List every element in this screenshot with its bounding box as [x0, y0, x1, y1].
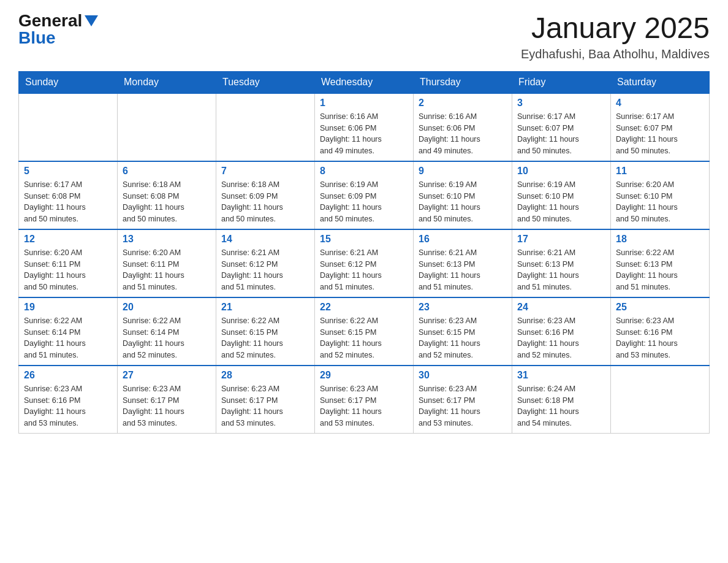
day-info: Sunrise: 6:23 AMSunset: 6:15 PMDaylight:…: [419, 315, 507, 361]
day-info: Sunrise: 6:23 AMSunset: 6:16 PMDaylight:…: [517, 315, 605, 361]
calendar-cell: 15Sunrise: 6:21 AMSunset: 6:12 PMDayligh…: [315, 229, 414, 297]
day-info: Sunrise: 6:20 AMSunset: 6:10 PMDaylight:…: [616, 179, 704, 225]
calendar-week-row: 19Sunrise: 6:22 AMSunset: 6:14 PMDayligh…: [19, 297, 710, 366]
month-title: January 2025: [521, 12, 710, 45]
calendar-cell: [118, 93, 216, 161]
calendar-cell: 30Sunrise: 6:23 AMSunset: 6:17 PMDayligh…: [414, 366, 512, 434]
day-info: Sunrise: 6:21 AMSunset: 6:13 PMDaylight:…: [419, 247, 507, 293]
calendar-cell: 19Sunrise: 6:22 AMSunset: 6:14 PMDayligh…: [19, 297, 118, 366]
calendar-cell: 11Sunrise: 6:20 AMSunset: 6:10 PMDayligh…: [611, 161, 710, 229]
calendar-cell: 27Sunrise: 6:23 AMSunset: 6:17 PMDayligh…: [118, 366, 216, 434]
day-number: 19: [24, 302, 112, 313]
calendar-cell: 20Sunrise: 6:22 AMSunset: 6:14 PMDayligh…: [118, 297, 216, 366]
day-info: Sunrise: 6:21 AMSunset: 6:12 PMDaylight:…: [221, 247, 309, 293]
day-info: Sunrise: 6:17 AMSunset: 6:07 PMDaylight:…: [517, 111, 605, 157]
svg-marker-0: [85, 15, 98, 26]
calendar-cell: 10Sunrise: 6:19 AMSunset: 6:10 PMDayligh…: [512, 161, 611, 229]
day-info: Sunrise: 6:23 AMSunset: 6:16 PMDaylight:…: [616, 315, 704, 361]
calendar-cell: 23Sunrise: 6:23 AMSunset: 6:15 PMDayligh…: [414, 297, 512, 366]
calendar-cell: 26Sunrise: 6:23 AMSunset: 6:16 PMDayligh…: [19, 366, 118, 434]
logo-triangle-icon: [85, 15, 98, 26]
day-number: 31: [517, 370, 605, 381]
calendar-cell: 2Sunrise: 6:16 AMSunset: 6:06 PMDaylight…: [414, 93, 512, 161]
day-info: Sunrise: 6:18 AMSunset: 6:08 PMDaylight:…: [123, 179, 211, 225]
calendar-cell: 16Sunrise: 6:21 AMSunset: 6:13 PMDayligh…: [414, 229, 512, 297]
day-info: Sunrise: 6:22 AMSunset: 6:14 PMDaylight:…: [123, 315, 211, 361]
calendar-cell: [216, 93, 315, 161]
day-info: Sunrise: 6:18 AMSunset: 6:09 PMDaylight:…: [221, 179, 309, 225]
day-number: 26: [24, 370, 112, 381]
calendar-cell: 1Sunrise: 6:16 AMSunset: 6:06 PMDaylight…: [315, 93, 414, 161]
calendar-cell: 28Sunrise: 6:23 AMSunset: 6:17 PMDayligh…: [216, 366, 315, 434]
calendar-cell: 18Sunrise: 6:22 AMSunset: 6:13 PMDayligh…: [611, 229, 710, 297]
calendar-header-wednesday: Wednesday: [315, 71, 414, 93]
day-number: 1: [320, 98, 408, 109]
day-number: 23: [419, 302, 507, 313]
calendar-cell: 31Sunrise: 6:24 AMSunset: 6:18 PMDayligh…: [512, 366, 611, 434]
day-number: 17: [517, 234, 605, 245]
day-info: Sunrise: 6:22 AMSunset: 6:15 PMDaylight:…: [221, 315, 309, 361]
day-number: 13: [123, 234, 211, 245]
day-info: Sunrise: 6:20 AMSunset: 6:11 PMDaylight:…: [123, 247, 211, 293]
day-number: 27: [123, 370, 211, 381]
calendar-cell: 12Sunrise: 6:20 AMSunset: 6:11 PMDayligh…: [19, 229, 118, 297]
calendar-header-monday: Monday: [118, 71, 216, 93]
day-number: 10: [517, 166, 605, 177]
calendar-header-row: SundayMondayTuesdayWednesdayThursdayFrid…: [19, 71, 710, 93]
day-info: Sunrise: 6:20 AMSunset: 6:11 PMDaylight:…: [24, 247, 112, 293]
day-number: 29: [320, 370, 408, 381]
day-info: Sunrise: 6:16 AMSunset: 6:06 PMDaylight:…: [419, 111, 507, 157]
day-number: 4: [616, 98, 704, 109]
calendar-cell: 8Sunrise: 6:19 AMSunset: 6:09 PMDaylight…: [315, 161, 414, 229]
day-info: Sunrise: 6:19 AMSunset: 6:09 PMDaylight:…: [320, 179, 408, 225]
calendar-week-row: 1Sunrise: 6:16 AMSunset: 6:06 PMDaylight…: [19, 93, 710, 161]
day-number: 12: [24, 234, 112, 245]
calendar-header-sunday: Sunday: [19, 71, 118, 93]
calendar-cell: 25Sunrise: 6:23 AMSunset: 6:16 PMDayligh…: [611, 297, 710, 366]
day-info: Sunrise: 6:23 AMSunset: 6:17 PMDaylight:…: [123, 383, 211, 429]
day-info: Sunrise: 6:23 AMSunset: 6:17 PMDaylight:…: [221, 383, 309, 429]
calendar-header-thursday: Thursday: [414, 71, 512, 93]
day-number: 30: [419, 370, 507, 381]
calendar-week-row: 12Sunrise: 6:20 AMSunset: 6:11 PMDayligh…: [19, 229, 710, 297]
calendar-cell: 14Sunrise: 6:21 AMSunset: 6:12 PMDayligh…: [216, 229, 315, 297]
day-info: Sunrise: 6:23 AMSunset: 6:16 PMDaylight:…: [24, 383, 112, 429]
calendar-cell: 22Sunrise: 6:22 AMSunset: 6:15 PMDayligh…: [315, 297, 414, 366]
calendar-cell: 29Sunrise: 6:23 AMSunset: 6:17 PMDayligh…: [315, 366, 414, 434]
day-number: 28: [221, 370, 309, 381]
calendar-cell: 24Sunrise: 6:23 AMSunset: 6:16 PMDayligh…: [512, 297, 611, 366]
day-number: 22: [320, 302, 408, 313]
day-info: Sunrise: 6:23 AMSunset: 6:17 PMDaylight:…: [320, 383, 408, 429]
day-number: 15: [320, 234, 408, 245]
day-info: Sunrise: 6:17 AMSunset: 6:07 PMDaylight:…: [616, 111, 704, 157]
day-number: 3: [517, 98, 605, 109]
logo-general-text: General: [18, 12, 82, 29]
day-number: 2: [419, 98, 507, 109]
day-number: 24: [517, 302, 605, 313]
day-info: Sunrise: 6:16 AMSunset: 6:06 PMDaylight:…: [320, 111, 408, 157]
calendar-cell: 17Sunrise: 6:21 AMSunset: 6:13 PMDayligh…: [512, 229, 611, 297]
calendar-cell: [19, 93, 118, 161]
day-info: Sunrise: 6:21 AMSunset: 6:12 PMDaylight:…: [320, 247, 408, 293]
day-info: Sunrise: 6:22 AMSunset: 6:14 PMDaylight:…: [24, 315, 112, 361]
day-number: 20: [123, 302, 211, 313]
calendar-header-saturday: Saturday: [611, 71, 710, 93]
day-number: 16: [419, 234, 507, 245]
calendar-header-tuesday: Tuesday: [216, 71, 315, 93]
day-info: Sunrise: 6:19 AMSunset: 6:10 PMDaylight:…: [517, 179, 605, 225]
day-number: 5: [24, 166, 112, 177]
calendar-table: SundayMondayTuesdayWednesdayThursdayFrid…: [18, 71, 710, 434]
day-info: Sunrise: 6:17 AMSunset: 6:08 PMDaylight:…: [24, 179, 112, 225]
day-info: Sunrise: 6:21 AMSunset: 6:13 PMDaylight:…: [517, 247, 605, 293]
day-number: 6: [123, 166, 211, 177]
day-number: 11: [616, 166, 704, 177]
day-info: Sunrise: 6:24 AMSunset: 6:18 PMDaylight:…: [517, 383, 605, 429]
calendar-week-row: 26Sunrise: 6:23 AMSunset: 6:16 PMDayligh…: [19, 366, 710, 434]
calendar-cell: 7Sunrise: 6:18 AMSunset: 6:09 PMDaylight…: [216, 161, 315, 229]
calendar-cell: 4Sunrise: 6:17 AMSunset: 6:07 PMDaylight…: [611, 93, 710, 161]
calendar-cell: 21Sunrise: 6:22 AMSunset: 6:15 PMDayligh…: [216, 297, 315, 366]
page-header: General Blue January 2025 Eydhafushi, Ba…: [18, 12, 710, 61]
location-subtitle: Eydhafushi, Baa Atholhu, Maldives: [521, 47, 710, 61]
calendar-cell: 5Sunrise: 6:17 AMSunset: 6:08 PMDaylight…: [19, 161, 118, 229]
logo: General Blue: [18, 12, 98, 47]
